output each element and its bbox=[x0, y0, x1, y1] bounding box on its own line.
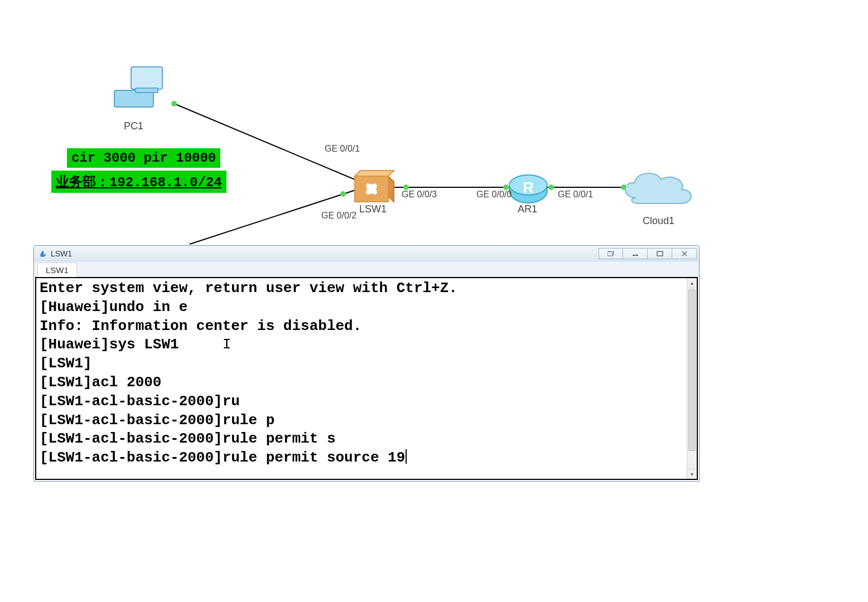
cloud-icon[interactable] bbox=[625, 173, 691, 203]
annotation-rate-limit: cir 3000 pir 10000 bbox=[67, 148, 220, 168]
minimize-button[interactable] bbox=[623, 248, 648, 259]
switch-icon[interactable] bbox=[355, 171, 394, 202]
svg-rect-16 bbox=[657, 251, 663, 256]
node-label-cloud1: Cloud1 bbox=[643, 215, 674, 227]
restore-down-button[interactable] bbox=[599, 248, 623, 259]
text-cursor-icon: I bbox=[223, 336, 232, 355]
port-label: GE 0/0/2 bbox=[321, 211, 356, 221]
caret-icon bbox=[406, 449, 407, 464]
node-label-pc1: PC1 bbox=[124, 120, 143, 132]
svg-rect-2 bbox=[136, 88, 158, 93]
tab-lsw1[interactable]: LSW1 bbox=[37, 263, 77, 277]
port-label: GE 0/0/1 bbox=[558, 190, 593, 200]
port-label: GE 0/0/3 bbox=[402, 190, 437, 200]
pc-icon[interactable] bbox=[114, 67, 162, 107]
port-label: GE 0/0/1 bbox=[325, 144, 360, 154]
router-icon[interactable]: R bbox=[509, 175, 547, 203]
titlebar[interactable]: LSW1 bbox=[34, 246, 699, 261]
tabstrip: LSW1 bbox=[34, 261, 699, 277]
annotation-subnet: 业务部：192.168.1.0/24 bbox=[51, 171, 226, 193]
svg-rect-14 bbox=[607, 252, 613, 256]
maximize-button[interactable] bbox=[648, 248, 672, 259]
scroll-thumb[interactable] bbox=[688, 289, 696, 451]
port-dot bbox=[548, 185, 554, 190]
scroll-down-icon[interactable]: ▾ bbox=[687, 469, 697, 479]
scrollbar[interactable]: ▴ ▾ bbox=[687, 278, 697, 479]
svg-marker-3 bbox=[388, 176, 394, 202]
port-dot bbox=[340, 191, 346, 197]
close-button[interactable] bbox=[672, 248, 697, 259]
app-icon bbox=[38, 249, 47, 258]
svg-marker-4 bbox=[355, 171, 394, 176]
port-label: GE 0/0/0 bbox=[476, 190, 512, 200]
svg-rect-0 bbox=[131, 67, 162, 89]
svg-text:R: R bbox=[523, 179, 534, 196]
node-label-ar1: AR1 bbox=[518, 203, 537, 215]
port-dot bbox=[171, 101, 177, 106]
scroll-up-icon[interactable]: ▴ bbox=[687, 278, 697, 288]
window-title: LSW1 bbox=[51, 249, 599, 258]
terminal-body[interactable]: Enter system view, return user view with… bbox=[35, 277, 698, 480]
node-label-lsw1: LSW1 bbox=[359, 203, 387, 215]
terminal-output[interactable]: Enter system view, return user view with… bbox=[40, 279, 686, 478]
terminal-window: LSW1 LSW1 Enter system view, return us bbox=[33, 245, 700, 482]
